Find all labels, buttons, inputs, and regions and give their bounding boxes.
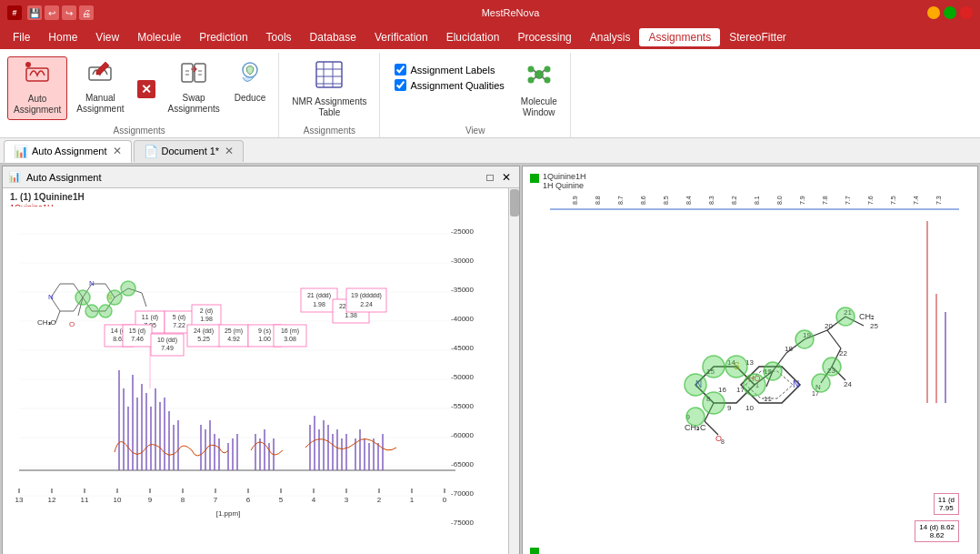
minimize-btn[interactable] xyxy=(927,6,940,19)
app-title: MestReNova xyxy=(482,7,540,18)
panel-icon-left: 📊 xyxy=(8,171,21,183)
nmr-assignments-table-label: NMR AssignmentsTable xyxy=(292,96,366,118)
main-content: 📊 Auto Assignment □ ✕ 1. (1) 1Quinine1H … xyxy=(0,164,980,554)
swap-assignments-button[interactable]: SwapAssignments xyxy=(163,56,225,118)
svg-text:8.8: 8.8 xyxy=(595,196,601,205)
svg-line-243 xyxy=(705,421,718,435)
manual-assignment-label: ManualAssignment xyxy=(76,93,124,115)
panel-close-btn[interactable]: ✕ xyxy=(499,170,514,185)
ribbon-group-label-view: View xyxy=(465,122,485,136)
tab-auto-assignment[interactable]: 📊 Auto Assignment ✕ xyxy=(4,140,132,163)
svg-line-228 xyxy=(827,330,841,348)
maximize-btn[interactable] xyxy=(944,6,956,19)
svg-text:5: 5 xyxy=(279,496,284,504)
tab-chart-icon: 📊 xyxy=(14,145,28,158)
spectrum-title: 1. (1) 1Quinine1H xyxy=(10,192,85,202)
manual-assignment-button[interactable]: ManualAssignment xyxy=(71,56,129,118)
panel-title-left: Auto Assignment xyxy=(26,172,102,183)
svg-text:6: 6 xyxy=(246,496,251,504)
svg-text:25 (m): 25 (m) xyxy=(225,327,243,335)
panel-restore-btn[interactable]: □ xyxy=(483,170,497,185)
menu-processing[interactable]: Processing xyxy=(508,28,580,46)
save-icon[interactable]: 💾 xyxy=(27,5,42,20)
ribbon-group-assignments1: AutoAssignment ManualAssignment ✕ xyxy=(0,53,279,137)
menu-home[interactable]: Home xyxy=(39,28,86,46)
svg-text:13: 13 xyxy=(15,496,24,504)
scrollbar-vertical[interactable] xyxy=(508,188,519,554)
svg-rect-3 xyxy=(182,64,193,82)
molecule-window-button[interactable]: MoleculeWindow xyxy=(515,56,563,122)
clear-icon: ✕ xyxy=(137,80,155,98)
assignment-qualities-checkbox[interactable]: Assignment Qualities xyxy=(395,79,504,91)
tab-document1[interactable]: 📄 Document 1* ✕ xyxy=(134,140,245,162)
menu-elucidation[interactable]: Elucidation xyxy=(437,28,509,46)
svg-point-99 xyxy=(121,281,135,296)
panel-controls-left[interactable]: □ ✕ xyxy=(483,170,514,185)
svg-text:9 (s): 9 (s) xyxy=(258,327,271,335)
svg-text:15 (d): 15 (d) xyxy=(129,327,145,335)
deduce-icon xyxy=(237,60,263,91)
assignment-labels-checkbox[interactable]: Assignment Labels xyxy=(395,64,504,76)
svg-text:16 (m): 16 (m) xyxy=(281,327,299,335)
svg-text:9: 9 xyxy=(148,496,153,504)
nmr-assignments-table-button[interactable]: NMR AssignmentsTable xyxy=(286,56,372,122)
menu-verification[interactable]: Verification xyxy=(365,28,437,46)
close-btn[interactable] xyxy=(960,6,973,19)
svg-text:7.9: 7.9 xyxy=(799,196,805,205)
window-controls[interactable] xyxy=(927,6,973,19)
svg-text:16: 16 xyxy=(718,386,726,394)
auto-assignment-icon xyxy=(25,61,50,92)
tab-auto-assignment-close[interactable]: ✕ xyxy=(113,145,122,157)
svg-text:9: 9 xyxy=(727,404,732,412)
ribbon-group-items2: NMR AssignmentsTable xyxy=(286,56,372,122)
bottom-indicator xyxy=(530,548,539,554)
menu-assignments[interactable]: Assignments xyxy=(639,28,720,46)
svg-text:8.2: 8.2 xyxy=(731,196,737,205)
menu-database[interactable]: Database xyxy=(301,28,365,46)
molecule-area[interactable]: 1Quinine1H 1H Quinine CDCl3 8.9 8.8 8.7 … xyxy=(523,166,977,554)
assignment-labels-input[interactable] xyxy=(395,64,406,76)
assignment-qualities-input[interactable] xyxy=(395,79,406,91)
svg-point-15 xyxy=(527,77,534,84)
menu-prediction[interactable]: Prediction xyxy=(190,28,256,46)
panel-auto-assignment: 📊 Auto Assignment □ ✕ 1. (1) 1Quinine1H … xyxy=(2,166,520,554)
menu-analysis[interactable]: Analysis xyxy=(581,28,640,46)
nmr-scale-horizontal: 8.9 8.8 8.7 8.6 8.5 8.4 8.3 8.2 8.1 8.0 … xyxy=(550,186,959,214)
print-icon[interactable]: 🖨 xyxy=(79,5,94,20)
undo-icon[interactable]: ↩ xyxy=(45,5,59,20)
peak-label-14: 14 (d) 8.62 8.62 xyxy=(915,520,959,542)
molecule-window-label: MoleculeWindow xyxy=(521,96,557,118)
svg-text:O: O xyxy=(69,320,75,328)
auto-assignment-button[interactable]: AutoAssignment xyxy=(7,56,67,120)
right-nmr-peaks xyxy=(905,221,950,494)
deduce-button[interactable]: Deduce xyxy=(229,56,271,107)
title-bar-controls[interactable]: 💾 ↩ ↪ 🖨 xyxy=(27,5,94,20)
svg-text:7.3: 7.3 xyxy=(935,196,942,205)
svg-text:2.24: 2.24 xyxy=(360,301,373,307)
menu-stereofitter[interactable]: StereoFitter xyxy=(720,28,795,46)
menu-molecule[interactable]: Molecule xyxy=(128,28,190,46)
svg-text:25: 25 xyxy=(870,322,878,330)
svg-text:-55000: -55000 xyxy=(451,402,474,410)
swap-assignments-icon xyxy=(181,60,206,91)
menu-view[interactable]: View xyxy=(86,28,128,46)
spectrum-area[interactable]: 1. (1) 1Quinine1H 1Quinine1H 1H Quinine … xyxy=(3,188,519,554)
svg-text:7: 7 xyxy=(214,496,218,504)
redo-icon[interactable]: ↪ xyxy=(62,5,76,20)
auto-assignment-label: AutoAssignment xyxy=(14,94,61,116)
scrollbar-thumb[interactable] xyxy=(510,189,519,217)
peak-label-11: 11 (d 7.95 xyxy=(934,493,959,515)
svg-text:21 (ddd): 21 (ddd) xyxy=(307,292,331,299)
menu-tools[interactable]: Tools xyxy=(257,28,301,46)
svg-text:-70000: -70000 xyxy=(451,489,474,498)
clear-assignment-button[interactable]: ✕ xyxy=(134,78,159,100)
svg-rect-4 xyxy=(195,64,205,82)
tab-document1-close[interactable]: ✕ xyxy=(225,145,234,157)
svg-text:3.08: 3.08 xyxy=(284,336,296,342)
menu-file[interactable]: File xyxy=(4,28,39,46)
svg-text:7.6: 7.6 xyxy=(867,196,874,205)
ribbon-group-table: NMR AssignmentsTable Assignments xyxy=(279,53,380,137)
svg-point-1 xyxy=(25,62,31,67)
svg-text:-25000: -25000 xyxy=(451,227,474,236)
svg-point-249 xyxy=(685,374,706,396)
